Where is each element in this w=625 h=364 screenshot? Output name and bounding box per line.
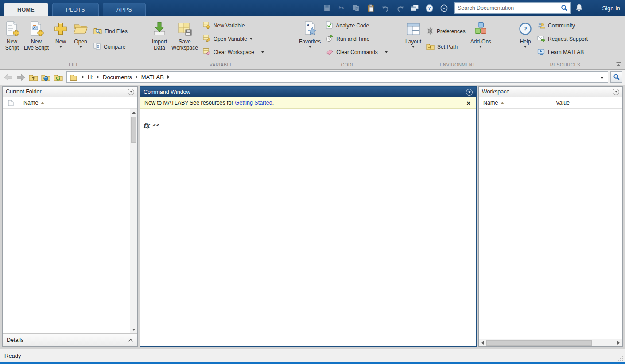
browse-folder-icon[interactable] (40, 71, 51, 83)
cut-icon[interactable]: ✂ (337, 3, 346, 13)
tab-plots[interactable]: PLOTS (52, 3, 99, 16)
learn-matlab-button[interactable]: Learn MATLAB (537, 48, 588, 57)
new-live-script-button[interactable]: New Live Script (22, 17, 51, 61)
workspace-header: Workspace (479, 87, 622, 97)
open-variable-button[interactable]: Open Variable (203, 35, 264, 43)
layout-dropdown-arrow-icon (412, 46, 415, 48)
tab-apps[interactable]: APPS (103, 3, 146, 16)
scroll-right-icon[interactable] (615, 339, 622, 346)
analyze-code-button[interactable]: Analyze Code (326, 21, 387, 30)
breadcrumb-separator-icon (82, 75, 84, 79)
save-workspace-button[interactable]: Save Workspace (169, 17, 200, 61)
workspace-title: Workspace (482, 89, 509, 95)
clear-workspace-button[interactable]: Clear Workspace (203, 48, 264, 57)
status-text: Ready (4, 352, 21, 359)
name-column-header[interactable]: Name (19, 100, 44, 106)
redo-icon[interactable] (396, 3, 404, 13)
run-and-time-label: Run and Time (336, 36, 369, 42)
preferences-button[interactable]: Preferences (426, 27, 466, 36)
ribbon-section-environment: Layout Preferences Set Path (401, 16, 514, 69)
tab-home[interactable]: HOME (4, 3, 48, 16)
import-data-button[interactable]: Import Data (150, 17, 169, 61)
help-circle-icon[interactable]: ? (425, 3, 434, 13)
sign-in-button[interactable]: Sign In (602, 0, 620, 16)
save-icon[interactable] (322, 3, 331, 13)
breadcrumb-segment-documents[interactable]: Documents (103, 74, 132, 81)
workspace-variable-list[interactable] (479, 109, 622, 339)
fx-icon[interactable]: fx (140, 121, 152, 129)
path-field[interactable]: H: Documents MATLAB (66, 71, 608, 83)
clear-commands-button[interactable]: Clear Commands (326, 48, 387, 57)
scroll-down-icon[interactable] (130, 326, 137, 333)
minimize-ribbon-icon[interactable] (614, 61, 622, 68)
scroll-up-icon[interactable] (130, 109, 137, 116)
analyze-code-label: Analyze Code (336, 23, 369, 29)
scrollbar-thumb[interactable] (131, 117, 136, 143)
help-button[interactable]: ? Help (516, 17, 535, 61)
search-folder-button[interactable] (610, 71, 622, 83)
favorites-button[interactable]: » Favorites (297, 17, 323, 61)
community-button[interactable]: Community (537, 22, 588, 30)
toolbar-menu-icon[interactable] (439, 3, 448, 13)
workspace-value-column-header[interactable]: Value (551, 97, 622, 108)
open-button[interactable]: Open (70, 17, 91, 61)
details-bar[interactable]: Details (3, 333, 137, 346)
run-and-time-button[interactable]: Run and Time (326, 35, 387, 43)
bell-icon[interactable] (575, 4, 583, 14)
banner-close-icon[interactable]: × (465, 99, 472, 107)
command-prompt[interactable]: >> (152, 121, 159, 128)
scroll-left-icon[interactable] (479, 339, 486, 346)
workspace-name-column-label: Name (483, 100, 498, 106)
workspace-menu-icon[interactable] (613, 89, 619, 95)
ribbon-section-resources: ? Help Community (514, 16, 616, 69)
current-folder-vertical-scrollbar[interactable] (130, 109, 137, 333)
banner-suffix: . (272, 100, 274, 106)
new-live-script-label-1: New (31, 39, 42, 45)
resize-grip-icon[interactable] (617, 356, 623, 361)
command-window-title: Command Window (144, 89, 190, 95)
find-files-button[interactable]: Find Files (93, 27, 128, 36)
breadcrumb-segment-matlab[interactable]: MATLAB (141, 74, 164, 81)
section-label-file: FILE (1, 61, 147, 69)
workspace-name-column-header[interactable]: Name (479, 97, 551, 108)
clear-commands-dropdown-arrow-icon (385, 51, 388, 53)
add-ons-button[interactable]: Add-Ons (468, 17, 493, 61)
scrollbar-track[interactable] (130, 143, 137, 326)
current-folder-menu-icon[interactable] (128, 89, 134, 95)
paste-icon[interactable] (366, 3, 375, 13)
breadcrumb-segment-drive[interactable]: H: (88, 74, 93, 81)
current-folder-column-header: Name (3, 97, 137, 109)
current-folder-title: Current Folder (6, 89, 42, 95)
clear-workspace-label: Clear Workspace (214, 49, 254, 55)
main-area: Current Folder Name (0, 85, 625, 349)
workspace-horizontal-scrollbar[interactable] (479, 339, 622, 346)
up-one-level-icon[interactable] (27, 71, 39, 83)
search-icon[interactable] (559, 4, 570, 12)
back-icon[interactable] (3, 71, 14, 83)
request-support-button[interactable]: Request Support (537, 35, 588, 43)
refresh-folder-icon[interactable] (52, 71, 64, 83)
help-dropdown-arrow-icon (524, 46, 527, 48)
command-window-body[interactable]: fx >> (140, 109, 476, 346)
getting-started-link[interactable]: Getting Started (235, 100, 272, 106)
set-path-button[interactable]: Set Path (426, 43, 466, 51)
compare-button[interactable]: Compare (93, 43, 128, 51)
path-dropdown-icon[interactable] (598, 73, 606, 81)
search-documentation-input[interactable] (455, 5, 559, 11)
layout-button[interactable]: Layout (403, 17, 423, 61)
file-type-column-icon[interactable] (3, 97, 19, 108)
help-label: Help (520, 39, 531, 45)
new-script-button[interactable]: New Script (2, 17, 22, 61)
new-dropdown-arrow-icon (59, 46, 62, 48)
undo-icon[interactable] (381, 3, 390, 13)
new-variable-button[interactable]: New Variable (203, 21, 264, 30)
svg-text:?: ? (428, 5, 431, 11)
command-window-menu-icon[interactable] (466, 89, 473, 96)
new-window-icon[interactable] (410, 3, 419, 13)
current-folder-file-list[interactable] (3, 109, 130, 333)
tab-bar: HOME PLOTS APPS ✂ ? (0, 0, 625, 16)
forward-icon[interactable] (15, 71, 27, 83)
copy-icon[interactable] (352, 3, 361, 13)
new-button[interactable]: New (51, 17, 70, 61)
scrollbar-thumb[interactable] (486, 340, 592, 346)
